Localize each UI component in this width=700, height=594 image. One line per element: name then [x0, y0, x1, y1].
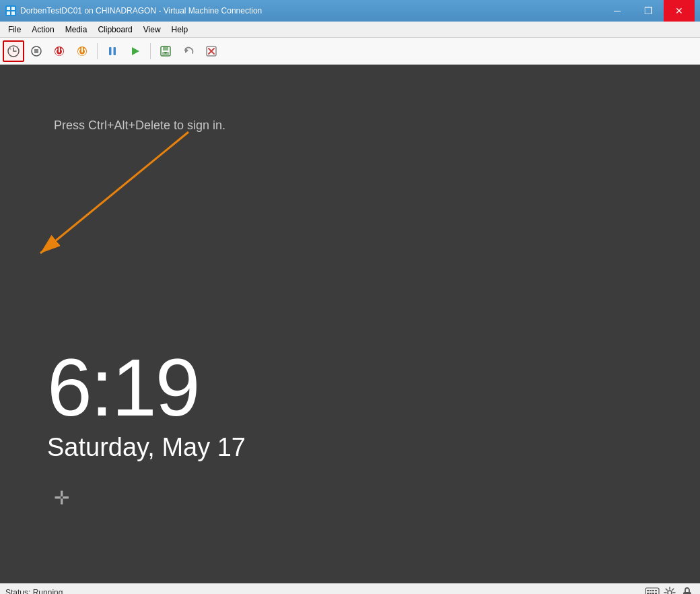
vm-screen[interactable]: Press Ctrl+Alt+Delete to sign in. 6:19 S… [0, 65, 700, 583]
svg-rect-7 [34, 49, 38, 53]
close-button[interactable]: ✕ [664, 0, 695, 22]
app-icon [5, 5, 16, 16]
ctrl-alt-del-button[interactable] [3, 40, 24, 62]
annotation-arrow [13, 112, 229, 300]
svg-rect-3 [7, 11, 10, 15]
user-icon-area: ✛ [54, 487, 69, 509]
window-title: DorbenTestDC01 on CHINADRAGON - Virtual … [20, 6, 262, 15]
svg-rect-4 [11, 11, 15, 15]
toolbar-separator-1 [97, 43, 98, 59]
power-off-icon [53, 44, 66, 58]
status-bar: Status: Running [0, 583, 700, 594]
restore-button[interactable]: ❒ [633, 0, 664, 22]
status-text: Status: Running [5, 588, 63, 595]
pause-button[interactable] [102, 40, 123, 62]
status-icons [645, 587, 695, 595]
window-controls: ─ ❒ ✕ [602, 0, 695, 22]
delete-saved-icon [205, 44, 218, 58]
toolbar-separator-2 [150, 43, 151, 59]
lock-icon[interactable] [680, 587, 695, 595]
menu-action[interactable]: Action [26, 24, 59, 36]
toolbar [0, 38, 700, 65]
lock-screen-message: Press Ctrl+Alt+Delete to sign in. [54, 119, 225, 133]
clock-date: Saturday, May 17 [47, 433, 246, 462]
save-state-icon [159, 44, 172, 58]
svg-line-23 [40, 132, 188, 253]
svg-rect-25 [647, 590, 649, 591]
undo-icon [182, 44, 195, 58]
svg-rect-26 [650, 590, 652, 591]
svg-rect-13 [114, 47, 116, 55]
menu-help[interactable]: Help [166, 24, 194, 36]
menu-bar: File Action Media Clipboard View Help [0, 22, 700, 38]
title-bar: DorbenTestDC01 on CHINADRAGON - Virtual … [0, 0, 700, 22]
svg-rect-16 [163, 46, 168, 51]
reset-button[interactable] [26, 40, 47, 62]
keyboard-icon [645, 587, 660, 595]
svg-rect-12 [109, 47, 112, 55]
svg-rect-2 [11, 7, 15, 10]
svg-marker-14 [132, 47, 139, 55]
title-bar-left: DorbenTestDC01 on CHINADRAGON - Virtual … [5, 5, 262, 16]
resume-button[interactable] [125, 40, 146, 62]
pause-icon [106, 44, 119, 58]
shutdown-button[interactable] [71, 40, 93, 62]
undo-button[interactable] [178, 40, 199, 62]
clock-time: 6:19 [47, 347, 246, 428]
svg-rect-32 [655, 593, 657, 594]
svg-rect-35 [683, 592, 691, 595]
svg-point-34 [668, 591, 672, 595]
time-display: 6:19 Saturday, May 17 [47, 347, 246, 462]
svg-rect-27 [652, 590, 654, 591]
menu-view[interactable]: View [138, 24, 166, 36]
minimize-button[interactable]: ─ [602, 0, 633, 22]
ctrl-alt-del-icon [7, 44, 20, 58]
svg-rect-29 [647, 593, 649, 594]
menu-file[interactable]: File [3, 24, 26, 36]
svg-rect-31 [652, 593, 654, 594]
settings-icon[interactable] [662, 587, 677, 595]
svg-rect-1 [7, 7, 10, 10]
svg-rect-28 [655, 590, 657, 591]
power-off-button[interactable] [48, 40, 70, 62]
menu-clipboard[interactable]: Clipboard [92, 24, 137, 36]
user-icon: ✛ [54, 488, 69, 508]
delete-saved-button[interactable] [201, 40, 222, 62]
reset-icon [30, 44, 43, 58]
svg-marker-18 [185, 48, 188, 53]
shutdown-icon [75, 44, 89, 58]
resume-icon [129, 44, 142, 58]
svg-rect-30 [650, 593, 652, 594]
menu-media[interactable]: Media [60, 24, 93, 36]
save-state-button[interactable] [155, 40, 176, 62]
